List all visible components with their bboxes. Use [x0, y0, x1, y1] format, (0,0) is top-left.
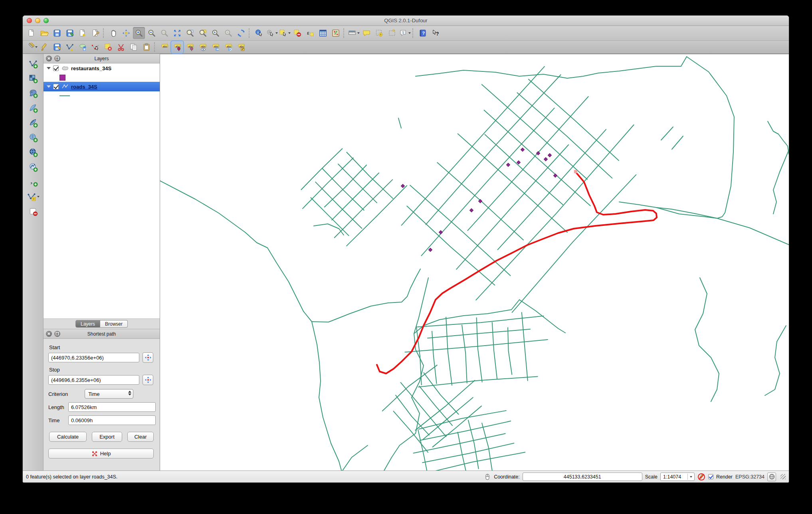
start-input[interactable]: (446970,6.23356e+06): [48, 353, 139, 362]
new-print-composer-button[interactable]: [77, 27, 89, 39]
pan-to-selection-button[interactable]: [120, 27, 132, 39]
add-spatialite-layer-button[interactable]: [26, 101, 41, 115]
text-annotation-button[interactable]: T: [399, 27, 411, 39]
field-calculator-button[interactable]: [330, 27, 342, 39]
pan-map-button[interactable]: [107, 27, 119, 39]
current-edits-button[interactable]: [26, 41, 38, 53]
layer-labeling-button[interactable]: abc: [158, 41, 170, 53]
export-button[interactable]: Export: [92, 432, 122, 442]
minimize-window-button[interactable]: [35, 18, 40, 23]
move-label-button[interactable]: abc: [210, 41, 222, 53]
dock-tab-layers[interactable]: Layers: [75, 320, 100, 328]
stop-input[interactable]: (449696,6.2355e+06): [48, 375, 139, 385]
composer-manager-button[interactable]: [89, 27, 101, 39]
add-mssql-layer-button[interactable]: [26, 116, 41, 130]
zoom-window-button[interactable]: [44, 18, 49, 23]
time-value-field[interactable]: 0.06009h: [68, 415, 156, 425]
map-canvas[interactable]: [160, 54, 789, 471]
expand-triangle-icon[interactable]: [47, 85, 51, 88]
road-line: [422, 443, 514, 463]
dock-tab-browser[interactable]: Browser: [100, 320, 128, 328]
select-features-button[interactable]: [279, 27, 291, 39]
capture-start-point-button[interactable]: [143, 352, 153, 363]
expand-triangle-icon[interactable]: [47, 67, 51, 69]
chevron-down-icon: [357, 32, 360, 34]
stop-render-icon[interactable]: [697, 473, 705, 481]
capture-stop-point-button[interactable]: [143, 375, 153, 385]
resize-grip[interactable]: [780, 474, 786, 479]
measure-line-icon: [348, 29, 356, 38]
add-postgis-layer-button[interactable]: [26, 87, 41, 100]
title-bar[interactable]: QGIS 2.0.1-Dufour: [23, 16, 789, 26]
render-checkbox[interactable]: [708, 474, 713, 479]
change-label-button[interactable]: abc: [235, 41, 247, 53]
layer-visibility-checkbox[interactable]: [53, 65, 59, 71]
add-feature-button[interactable]: [64, 41, 76, 53]
paste-features-button[interactable]: [141, 41, 152, 53]
close-window-button[interactable]: [27, 18, 32, 23]
save-layer-edits-button[interactable]: [51, 41, 63, 53]
highlight-pinned-labels-button[interactable]: abc: [184, 41, 196, 53]
identify-features-button[interactable]: i: [253, 27, 265, 39]
add-raster-layer-button[interactable]: [26, 72, 41, 85]
deselect-features-button[interactable]: [291, 27, 303, 39]
criterion-select[interactable]: Time: [85, 389, 133, 399]
zoom-to-selection-button[interactable]: [197, 27, 209, 39]
new-project-button[interactable]: [26, 27, 38, 39]
cut-features-button[interactable]: [115, 41, 127, 53]
select-by-expression-button[interactable]: ε: [304, 27, 316, 39]
scale-combobox[interactable]: 1:14074: [660, 472, 695, 481]
toggle-editing-button[interactable]: [38, 41, 50, 53]
add-wms-layer-button[interactable]: [26, 131, 41, 144]
globe-crs-icon: [769, 474, 775, 480]
add-wcs-layer-button[interactable]: [26, 146, 41, 159]
zoom-in-button[interactable]: [133, 27, 145, 39]
open-project-button[interactable]: [38, 27, 50, 39]
move-feature-button[interactable]: [77, 41, 89, 53]
zoom-full-button[interactable]: [171, 27, 183, 39]
save-project-as-button[interactable]: [64, 27, 76, 39]
add-delimited-text-layer-button[interactable]: ,: [26, 175, 41, 189]
mouse-position-icon[interactable]: [484, 473, 491, 480]
measure-line-button[interactable]: [348, 27, 360, 39]
coordinate-input[interactable]: 445133,6233451: [523, 472, 642, 481]
pin-labels-button[interactable]: abc: [171, 41, 183, 53]
layer-visibility-checkbox[interactable]: [53, 84, 59, 89]
map-tips-button[interactable]: [360, 27, 372, 39]
help-button[interactable]: Help: [48, 449, 154, 459]
save-project-button[interactable]: [51, 27, 63, 39]
chevron-down-icon: [37, 196, 40, 198]
whats-this-button[interactable]: ?: [430, 27, 442, 39]
layer-item-roads_34S[interactable]: roads_34S: [44, 82, 160, 91]
delete-selected-button[interactable]: [102, 41, 114, 53]
add-raster-layer-icon: [28, 74, 38, 83]
add-vector-layer-button[interactable]: [26, 57, 41, 71]
svg-text:abc: abc: [176, 45, 180, 48]
add-wfs-layer-button[interactable]: [26, 160, 41, 174]
show-hidden-labels-icon: abc: [198, 43, 207, 51]
zoom-native-button[interactable]: 1:1: [158, 27, 170, 39]
crs-status-button[interactable]: [767, 472, 776, 481]
run-feature-action-button[interactable]: [266, 27, 278, 39]
new-bookmark-button[interactable]: [373, 27, 385, 39]
zoom-out-button[interactable]: [146, 27, 158, 39]
refresh-map-button[interactable]: [235, 27, 247, 39]
layer-item-restaurants_34S[interactable]: restaurants_34S: [44, 63, 160, 73]
copy-features-button[interactable]: [128, 41, 140, 53]
show-hidden-labels-button[interactable]: abc: [197, 41, 209, 53]
length-value-field[interactable]: 6.07526km: [68, 402, 156, 412]
rotate-label-button[interactable]: abc: [222, 41, 234, 53]
remove-layer-button[interactable]: [26, 205, 41, 218]
help-contents-button[interactable]: ?: [417, 27, 429, 39]
new-shapefile-layer-button[interactable]: [26, 190, 41, 204]
show-bookmarks-button[interactable]: [386, 27, 398, 39]
zoom-last-button[interactable]: [210, 27, 222, 39]
clear-button[interactable]: Clear: [127, 432, 154, 442]
new-print-composer-icon: [78, 29, 87, 38]
zoom-next-button[interactable]: [222, 27, 234, 39]
zoom-to-layer-button[interactable]: [184, 27, 196, 39]
add-spatialite-layer-icon: [28, 103, 38, 113]
open-attribute-table-button[interactable]: [317, 27, 329, 39]
calculate-button[interactable]: Calculate: [49, 432, 87, 442]
node-tool-button[interactable]: [89, 41, 101, 53]
